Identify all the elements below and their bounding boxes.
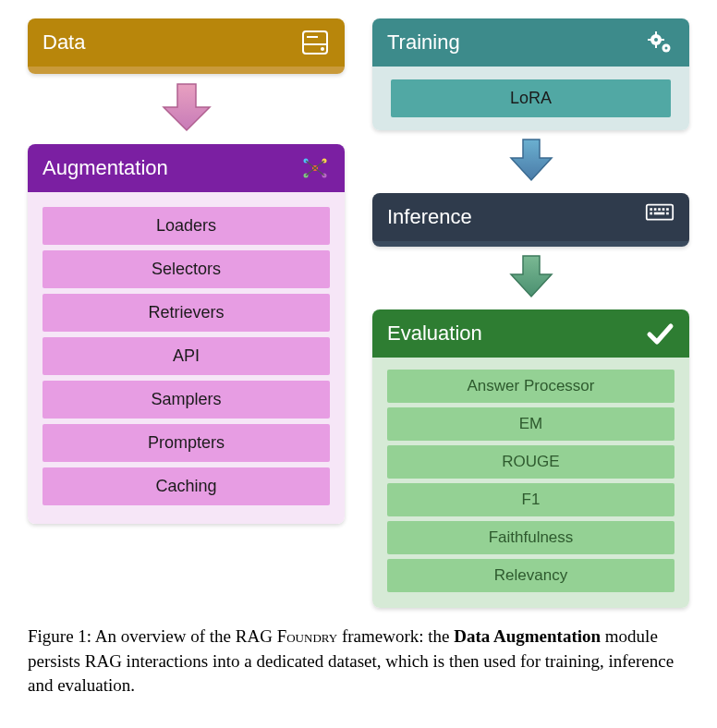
aug-item: Prompters <box>43 424 330 462</box>
svg-rect-24 <box>658 208 661 211</box>
eval-item: Faithfulness <box>387 521 674 554</box>
eval-item: Relevancy <box>387 559 674 592</box>
evaluation-title: Evaluation <box>387 322 482 346</box>
caption-mid: framework: the <box>337 626 454 646</box>
training-header: Training <box>372 18 689 67</box>
svg-line-9 <box>306 161 315 168</box>
svg-line-11 <box>306 168 315 176</box>
caption-bold: Data Augmentation <box>454 626 601 646</box>
training-box: Training LoRA <box>372 18 689 130</box>
aug-item: Loaders <box>43 207 330 245</box>
augmentation-body: Loaders Selectors Retrievers API Sampler… <box>28 192 345 524</box>
aug-item: Selectors <box>43 250 330 288</box>
figure-caption: Figure 1: An overview of the RAG Foundry… <box>28 625 689 698</box>
eval-item: ROUGE <box>387 445 674 479</box>
disk-icon <box>300 28 330 57</box>
aug-item: API <box>43 337 330 375</box>
training-item: LoRA <box>391 79 671 117</box>
svg-point-14 <box>654 38 658 42</box>
eval-item: Answer Processor <box>387 370 674 403</box>
aug-item: Samplers <box>43 381 330 419</box>
arrow-data-to-aug <box>154 79 219 139</box>
augmentation-header: Augmentation <box>28 144 345 192</box>
evaluation-header: Evaluation <box>372 309 689 358</box>
svg-rect-26 <box>666 208 669 211</box>
arrow-train-to-inf <box>503 136 560 188</box>
svg-rect-22 <box>650 208 652 211</box>
training-body: LoRA <box>372 67 689 130</box>
evaluation-body: Answer Processor EM ROUGE F1 Faithfulnes… <box>372 358 689 608</box>
data-box: Data <box>28 18 345 74</box>
eval-item: F1 <box>387 483 674 516</box>
inference-title: Inference <box>387 205 472 229</box>
svg-rect-29 <box>666 212 669 215</box>
training-title: Training <box>387 30 460 55</box>
svg-rect-25 <box>662 208 665 211</box>
svg-line-12 <box>315 168 324 176</box>
check-icon <box>645 319 674 348</box>
aug-item: Caching <box>43 467 330 505</box>
gears-icon <box>645 28 674 57</box>
left-column: Data Augmentation Loaders Sel <box>28 18 345 524</box>
keyboard-icon <box>645 202 674 232</box>
inference-box: Inference <box>372 193 689 247</box>
svg-point-2 <box>321 47 324 51</box>
aug-item: Retrievers <box>43 294 330 332</box>
svg-rect-27 <box>650 212 652 215</box>
data-title: Data <box>43 30 85 55</box>
caption-prefix: Figure 1: An overview of the RAG <box>28 626 277 646</box>
augmentation-title: Augmentation <box>43 156 168 180</box>
svg-rect-28 <box>654 212 665 215</box>
evaluation-box: Evaluation Answer Processor EM ROUGE F1 … <box>372 309 689 608</box>
caption-smallcaps: Foundry <box>277 626 337 646</box>
data-header: Data <box>28 18 345 67</box>
svg-line-10 <box>315 161 324 168</box>
network-icon <box>300 153 330 183</box>
svg-rect-23 <box>654 208 657 211</box>
inference-header: Inference <box>372 193 689 241</box>
eval-item: EM <box>387 407 674 441</box>
arrow-inf-to-eval <box>503 252 560 304</box>
diagram: Data Augmentation Loaders Sel <box>28 18 689 608</box>
augmentation-box: Augmentation Loaders Selectors Retriever… <box>28 144 345 524</box>
right-column: Training LoRA Inference <box>372 18 689 608</box>
svg-point-16 <box>665 47 668 50</box>
